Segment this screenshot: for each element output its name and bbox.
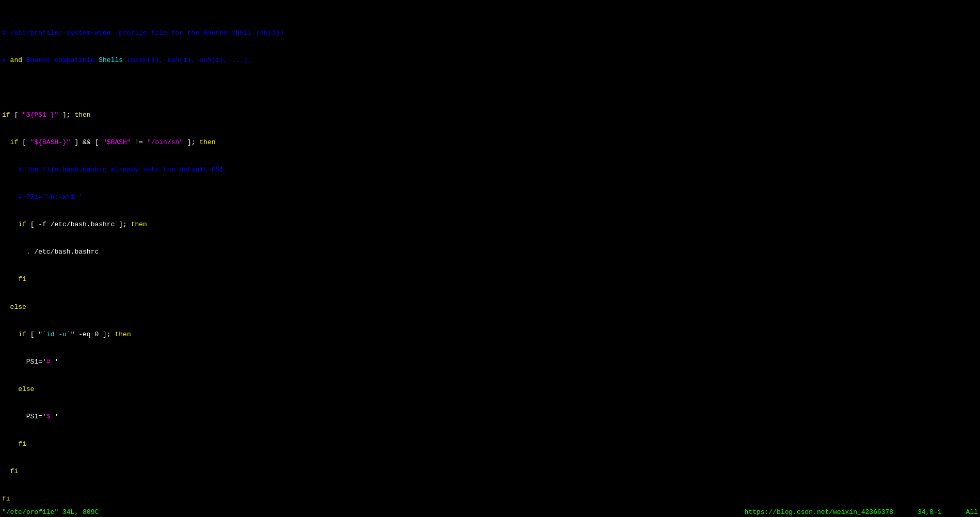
code-line: `id -u` bbox=[42, 331, 71, 338]
code-line: $ bbox=[46, 413, 51, 420]
code-line: [ -f /etc/bash.bashrc ]; bbox=[26, 221, 131, 228]
keyword-shells: Shells bbox=[99, 56, 123, 64]
line-18: fi bbox=[2, 494, 978, 504]
code-line: else bbox=[10, 303, 26, 311]
code-line: [ " bbox=[26, 331, 42, 338]
line-13: PS1='# ' bbox=[2, 357, 978, 367]
line-8: if [ -f /etc/bash.bashrc ]; then bbox=[2, 220, 978, 229]
status-bar: "/etc/profile" 34L, 809C https://blog.cs… bbox=[0, 507, 980, 517]
code-line: then bbox=[115, 331, 131, 338]
code-line: # bbox=[46, 358, 51, 366]
code-line: . /etc/bash.bashrc bbox=[2, 248, 99, 256]
code-line bbox=[2, 331, 18, 338]
line-7: # PS1='\h:\w\$ ' bbox=[2, 193, 978, 202]
code-line: then bbox=[199, 138, 215, 146]
code-line: ]; bbox=[58, 111, 74, 119]
code-line: then bbox=[131, 221, 147, 228]
blog-url: https://blog.csdn.net/weixin_42366378 34… bbox=[745, 508, 978, 516]
code-line: if bbox=[18, 221, 26, 228]
line-12: if [ "`id -u`" -eq 0 ]; then bbox=[2, 330, 978, 339]
code-line: " -eq 0 ]; bbox=[71, 331, 115, 338]
code-line: ' bbox=[51, 413, 59, 420]
comment-line: # PS1='\h:\w\$ ' bbox=[2, 193, 83, 201]
line-2: # and Bourne compatible Shells (bash(1),… bbox=[2, 56, 978, 65]
line-10: fi bbox=[2, 275, 978, 284]
code-line: "/bin/sh" bbox=[147, 138, 183, 146]
code-line: ]; bbox=[183, 138, 199, 146]
comment-line: # and Bourne compatible Shells (bash(1),… bbox=[2, 56, 252, 64]
code-line: "${PS1-}" bbox=[22, 111, 58, 119]
keyword-and: and bbox=[10, 56, 22, 64]
code-line bbox=[2, 467, 10, 475]
file-info: "/etc/profile" 34L, 809C bbox=[2, 508, 99, 516]
code-line bbox=[2, 385, 18, 393]
line-5: if [ "${BASH-}" ] && [ "$BASH" != "/bin/… bbox=[2, 138, 978, 147]
line-6: # The file bash.bashrc already sets the … bbox=[2, 165, 978, 175]
comment-line: # The file bash.bashrc already sets the … bbox=[2, 166, 228, 174]
code-line: else bbox=[18, 385, 34, 393]
code-line: [ bbox=[18, 138, 30, 146]
code-line: if bbox=[2, 111, 10, 119]
code-editor: # /etc/profile: system-wide .profile fil… bbox=[2, 1, 978, 517]
code-line: "${BASH-}" bbox=[30, 138, 71, 146]
code-line bbox=[2, 303, 10, 311]
code-line: ] && [ bbox=[71, 138, 103, 146]
comment-line: # /etc/profile: system-wide .profile fil… bbox=[2, 29, 284, 37]
terminal: # /etc/profile: system-wide .profile fil… bbox=[0, 0, 980, 517]
code-line: != bbox=[131, 138, 147, 146]
code-line bbox=[2, 221, 18, 228]
code-line: fi bbox=[18, 275, 26, 283]
line-1: # /etc/profile: system-wide .profile fil… bbox=[2, 28, 978, 38]
line-3 bbox=[2, 83, 978, 92]
code-line: PS1=' bbox=[2, 358, 46, 366]
code-line: fi bbox=[10, 467, 19, 475]
code-line: "$BASH" bbox=[103, 138, 131, 146]
line-9: . /etc/bash.bashrc bbox=[2, 247, 978, 257]
line-11: else bbox=[2, 303, 978, 312]
line-16: fi bbox=[2, 440, 978, 449]
code-line: PS1=' bbox=[2, 413, 46, 420]
code-line: [ bbox=[10, 111, 22, 119]
line-17: fi bbox=[2, 467, 978, 476]
code-line bbox=[2, 138, 10, 146]
code-line bbox=[2, 275, 18, 283]
code-line bbox=[2, 440, 18, 448]
code-line: if bbox=[10, 138, 19, 146]
line-4: if [ "${PS1-}" ]; then bbox=[2, 111, 978, 120]
code-line: fi bbox=[18, 440, 26, 448]
code-line: ' bbox=[51, 358, 59, 366]
code-line: then bbox=[74, 111, 90, 119]
line-14: else bbox=[2, 385, 978, 394]
code-line: fi bbox=[2, 495, 10, 503]
line-15: PS1='$ ' bbox=[2, 412, 978, 421]
code-line: if bbox=[18, 331, 26, 338]
